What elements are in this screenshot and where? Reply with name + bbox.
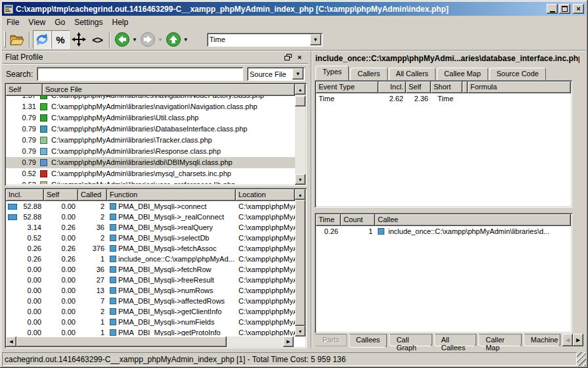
menu-help[interactable]: Help: [108, 16, 133, 28]
event-type-row[interactable]: Time2.622.36Time: [316, 93, 571, 104]
column-header-self[interactable]: Self: [6, 84, 43, 96]
event-self-value: 2.36: [406, 93, 431, 104]
file-row[interactable]: 0.79C:\xampp\phpMyAdmin\libraries\dbi\DB…: [6, 157, 295, 168]
scrollbar-thumb[interactable]: [16, 336, 227, 347]
column-header-self[interactable]: Self: [406, 81, 431, 93]
reload-button[interactable]: [33, 30, 51, 49]
function-row[interactable]: 52.880.002PMA_DBI_Mysqli->connectC:\xamp…: [6, 201, 295, 212]
scroll-down-icon[interactable]: ▼: [295, 326, 305, 336]
column-header-incl[interactable]: Incl.: [6, 189, 44, 201]
up-dropdown-caret[interactable]: ▼: [183, 37, 189, 43]
chevron-down-icon[interactable]: ▼: [292, 68, 304, 80]
file-row[interactable]: 0.52C:\xampp\phpMyAdmin\libraries\user_p…: [6, 179, 295, 184]
tab-all-callees[interactable]: All Callees: [434, 334, 477, 346]
maximize-button[interactable]: [559, 4, 570, 14]
file-path: C:\xampp\phpMyAdmin\libraries\mysql_char…: [49, 168, 295, 179]
file-row[interactable]: 0.79C:\xampp\phpMyAdmin\libraries\Util.c…: [6, 112, 295, 124]
column-header-callee[interactable]: Callee: [375, 214, 571, 226]
column-header-time[interactable]: Time: [316, 214, 341, 226]
file-row[interactable]: 0.79C:\xampp\phpMyAdmin\libraries\Databa…: [6, 124, 295, 135]
file-row[interactable]: 0.79C:\xampp\phpMyAdmin\libraries\Tracke…: [6, 135, 295, 146]
scroll-up-icon[interactable]: ▲: [295, 84, 305, 95]
minimize-button[interactable]: [547, 4, 558, 14]
function-row[interactable]: 0.000.0027PMA_DBI_Mysqli->freeResultC:\x…: [6, 275, 295, 285]
tab-caller-map[interactable]: Caller Map: [478, 334, 522, 346]
function-name: PMA_DBI_Mysqli->realQuery: [107, 222, 236, 233]
column-header-self[interactable]: Self: [44, 189, 78, 201]
file-row[interactable]: 0.79C:\xampp\phpMyAdmin\libraries\Respon…: [6, 146, 295, 157]
menu-file[interactable]: File: [2, 16, 24, 28]
file-color-swatch: [40, 126, 47, 133]
function-row[interactable]: 0.260.261include_once::C:\xampp\phpMyAd.…: [6, 254, 295, 264]
file-row[interactable]: 0.52C:\xampp\phpMyAdmin\libraries\mysql_…: [6, 168, 295, 179]
column-header-location[interactable]: Location: [236, 189, 295, 201]
menu-settings[interactable]: Settings: [70, 16, 107, 28]
file-path: C:\xampp\phpMyAdmin\libraries\navigation…: [49, 96, 295, 101]
function-row[interactable]: 0.000.001PMA_DBI_Mysqli->numFieldsC:\xam…: [6, 317, 295, 327]
function-row[interactable]: 0.000.002PMA_DBI_Mysqli->getClientInfoC:…: [6, 306, 295, 317]
callee-row[interactable]: 0.261 include_once::C:\xampp\phpMyAdmin\…: [316, 226, 571, 237]
function-row[interactable]: 0.000.0036PMA_DBI_Mysqli->fetchRowC:\xam…: [6, 264, 295, 275]
function-row[interactable]: 0.260.26376PMA_DBI_Mysqli->fetchAssocC:\…: [6, 243, 295, 254]
menu-go[interactable]: Go: [50, 16, 70, 28]
column-header-source-file[interactable]: Source File: [43, 84, 295, 96]
close-button[interactable]: ×: [573, 4, 584, 14]
file-list-vscrollbar[interactable]: ▲ ▼: [295, 84, 305, 185]
group-by-selector[interactable]: Source File ▼: [247, 67, 305, 81]
function-table-vscrollbar[interactable]: ▲ ▼: [295, 189, 305, 336]
scroll-left-icon[interactable]: ◀: [6, 336, 16, 347]
column-header-function[interactable]: Function: [107, 189, 236, 201]
scroll-right-icon[interactable]: ▶: [283, 336, 294, 347]
tab-callees[interactable]: Callees: [349, 334, 388, 348]
function-row[interactable]: 0.000.007PMA_DBI_Mysqli->affectedRowsC:\…: [6, 296, 295, 306]
resize-grip[interactable]: [577, 352, 586, 366]
scroll-up-icon[interactable]: ▲: [295, 189, 305, 200]
scroll-down-icon[interactable]: ▼: [295, 174, 305, 185]
menu-view[interactable]: View: [24, 16, 50, 28]
close-dock-button[interactable]: ×: [294, 53, 305, 62]
tab-types[interactable]: Types: [315, 66, 349, 80]
toolbar-grip[interactable]: [4, 32, 6, 47]
function-name: PMA_DBI_Mysqli->_realConnect: [107, 212, 236, 222]
tab-all-callers[interactable]: All Callers: [389, 68, 436, 80]
float-dock-button[interactable]: [282, 53, 294, 62]
file-self-value: 1.31: [6, 101, 39, 112]
search-input[interactable]: [37, 67, 243, 81]
scrollbar-thumb[interactable]: [295, 200, 305, 326]
file-row[interactable]: 1.37C:\xampp\phpMyAdmin\libraries\naviga…: [6, 96, 295, 101]
column-header-event-type[interactable]: Event Type: [316, 81, 378, 93]
percent-toggle-button[interactable]: %: [51, 30, 70, 49]
file-row[interactable]: 1.31C:\xampp\phpMyAdmin\libraries\naviga…: [6, 101, 295, 112]
chevron-down-icon[interactable]: ▼: [310, 34, 321, 45]
open-file-button[interactable]: [8, 30, 26, 49]
metric-selector[interactable]: Time ▼: [207, 33, 323, 47]
detail-splitter[interactable]: [315, 209, 572, 212]
back-dropdown-caret[interactable]: ▼: [132, 37, 137, 43]
column-header-called[interactable]: Called: [78, 189, 107, 201]
function-table-hscrollbar[interactable]: ◀ ▶: [6, 336, 294, 347]
column-header-formula[interactable]: Formula: [468, 81, 571, 93]
column-header-count[interactable]: Count: [341, 214, 375, 226]
up-button[interactable]: ▼: [164, 30, 190, 49]
titlebar[interactable]: C:\xampp\tmp\cachegrind.out.1416463299-C…: [2, 2, 586, 16]
function-row[interactable]: 0.520.002PMA_DBI_Mysqli->selectDbC:\xamp…: [6, 233, 295, 243]
tab-machine[interactable]: Machine: [524, 334, 560, 346]
tab-callers[interactable]: Callers: [350, 68, 387, 80]
tab-call-graph[interactable]: Call Graph: [389, 334, 432, 346]
function-row[interactable]: 52.880.002PMA_DBI_Mysqli->_realConnectC:…: [6, 212, 295, 222]
tab-source-code[interactable]: Source Code: [489, 68, 546, 80]
tab-scroll-right-icon[interactable]: ▶: [573, 334, 583, 346]
column-header-short[interactable]: Short: [431, 81, 463, 93]
column-header-incl[interactable]: Incl.: [378, 81, 406, 93]
back-button[interactable]: ▼: [113, 30, 139, 49]
scrollbar-thumb[interactable]: [295, 96, 305, 106]
function-row[interactable]: 0.000.001PMA_DBI_Mysqli->getProtoInfoC:\…: [6, 327, 295, 336]
toolbar-separator: [109, 32, 110, 47]
function-row[interactable]: 3.140.2636PMA_DBI_Mysqli->realQueryC:\xa…: [6, 222, 295, 233]
tab-callee-map[interactable]: Callee Map: [437, 68, 488, 80]
function-row[interactable]: 0.000.0013PMA_DBI_Mysqli->numRowsC:\xamp…: [6, 285, 295, 296]
dock-layout-button[interactable]: [70, 30, 88, 49]
expand-collapse-button[interactable]: <>: [88, 30, 106, 49]
file-color-swatch: [40, 103, 47, 110]
tab-scroll-left-icon: ◀: [562, 334, 573, 346]
